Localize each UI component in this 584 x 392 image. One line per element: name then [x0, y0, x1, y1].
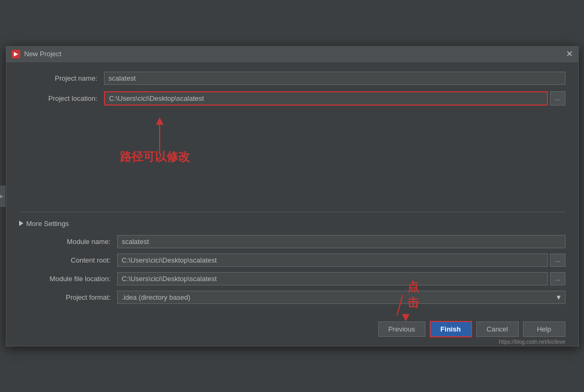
help-button[interactable]: Help	[523, 321, 565, 337]
dialog-title: New Project	[24, 50, 62, 58]
finish-button[interactable]: Finish	[430, 321, 472, 337]
content-root-browse-button[interactable]: ...	[550, 254, 565, 267]
module-name-label: Module name:	[19, 238, 117, 246]
project-name-input-wrapper	[104, 72, 565, 85]
more-settings-body: Module name: Content root: ... M	[19, 231, 565, 313]
project-name-row: Project name:	[19, 72, 565, 85]
app-icon: ▶	[12, 50, 20, 58]
content-root-input-wrapper: ...	[117, 254, 565, 267]
section-divider	[19, 212, 565, 212]
click-arrow-head	[402, 314, 409, 321]
module-file-location-browse-button[interactable]: ...	[550, 272, 565, 285]
more-settings-header[interactable]: More Settings	[19, 216, 565, 231]
module-file-location-row: Module file location: ...	[19, 272, 565, 285]
module-file-location-input[interactable]	[117, 272, 548, 285]
project-location-input-wrapper: ...	[104, 91, 565, 106]
project-name-input[interactable]	[104, 72, 565, 85]
new-project-dialog: ▶ ▶ New Project ✕ Project name: Project …	[6, 46, 579, 346]
module-name-row: Module name:	[19, 235, 565, 248]
project-location-label: Project location:	[19, 94, 104, 102]
content-root-input[interactable]	[117, 254, 548, 267]
project-location-row: Project location: ...	[19, 91, 565, 106]
project-location-input[interactable]	[104, 91, 548, 106]
project-name-label: Project name:	[19, 74, 104, 82]
project-format-row: Project format: .idea (directory based) …	[19, 291, 565, 304]
more-settings-label: More Settings	[27, 220, 69, 228]
previous-button[interactable]: Previous	[378, 321, 425, 337]
annotation-arrow-line	[159, 124, 160, 153]
project-format-input-wrapper: .idea (directory based) ▼	[117, 291, 565, 304]
annotation-text: 路径可以修改	[120, 149, 190, 165]
module-file-location-label: Module file location:	[19, 275, 117, 283]
content-root-row: Content root: ...	[19, 254, 565, 267]
dialog-body: Project name: Project location: ... 路径可以…	[6, 62, 578, 313]
annotation-area: 路径可以修改	[19, 112, 565, 207]
project-location-browse-button[interactable]: ...	[550, 91, 565, 106]
expand-triangle-icon	[19, 221, 23, 226]
watermark: https://blog.csdn.net/kicilove	[499, 339, 565, 345]
module-name-input[interactable]	[117, 235, 565, 248]
project-format-select-wrapper: .idea (directory based) ▼	[117, 291, 565, 304]
cancel-button[interactable]: Cancel	[476, 321, 519, 337]
project-format-label: Project format:	[19, 293, 117, 301]
content-root-label: Content root:	[19, 256, 117, 264]
dialog-footer: 点击 Previous Finish Cancel Help https://b…	[6, 313, 578, 346]
close-button[interactable]: ✕	[566, 50, 573, 58]
module-file-location-input-wrapper: ...	[117, 272, 565, 285]
titlebar: ▶ New Project ✕	[6, 47, 578, 62]
title-left: ▶ New Project	[12, 50, 62, 58]
module-name-input-wrapper	[117, 235, 565, 248]
side-tab: ▶	[0, 186, 5, 207]
project-format-select[interactable]: .idea (directory based)	[117, 291, 565, 304]
